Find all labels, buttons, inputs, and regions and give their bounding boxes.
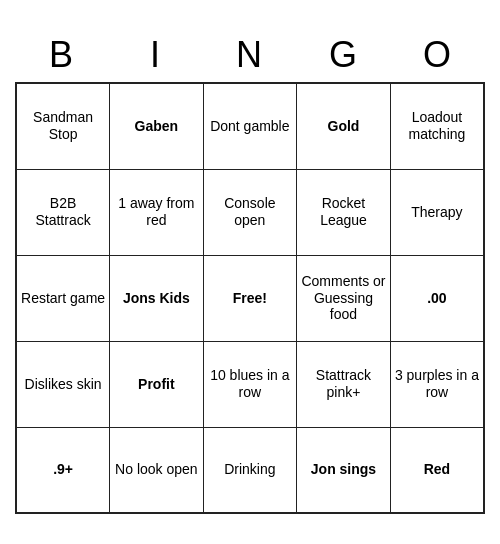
bingo-cell: Drinking <box>203 427 297 513</box>
bingo-cell: Restart game <box>16 255 110 341</box>
header-letter: B <box>15 30 109 80</box>
bingo-cell: .00 <box>390 255 484 341</box>
bingo-cell: .9+ <box>16 427 110 513</box>
bingo-cell: Rocket League <box>297 169 391 255</box>
bingo-cell: Jons Kids <box>110 255 203 341</box>
bingo-cell: 1 away from red <box>110 169 203 255</box>
table-row: .9+No look openDrinkingJon singsRed <box>16 427 484 513</box>
bingo-cell: Gaben <box>110 83 203 169</box>
table-row: Restart gameJons KidsFree!Comments or Gu… <box>16 255 484 341</box>
table-row: Sandman StopGabenDont gambleGoldLoadout … <box>16 83 484 169</box>
bingo-cell: Comments or Guessing food <box>297 255 391 341</box>
bingo-cell: Profit <box>110 341 203 427</box>
bingo-cell: Console open <box>203 169 297 255</box>
table-row: Dislikes skinProfit10 blues in a rowStat… <box>16 341 484 427</box>
bingo-card: BINGO Sandman StopGabenDont gambleGoldLo… <box>15 30 485 514</box>
bingo-cell: Dont gamble <box>203 83 297 169</box>
bingo-cell: Therapy <box>390 169 484 255</box>
bingo-cell: No look open <box>110 427 203 513</box>
bingo-cell: Gold <box>297 83 391 169</box>
table-row: B2B Stattrack1 away from redConsole open… <box>16 169 484 255</box>
bingo-cell: B2B Stattrack <box>16 169 110 255</box>
header-letter: G <box>297 30 391 80</box>
bingo-cell: 3 purples in a row <box>390 341 484 427</box>
bingo-cell: Dislikes skin <box>16 341 110 427</box>
header-letter: N <box>203 30 297 80</box>
bingo-header: BINGO <box>15 30 485 80</box>
header-letter: O <box>391 30 485 80</box>
bingo-cell: Free! <box>203 255 297 341</box>
header-letter: I <box>109 30 203 80</box>
bingo-cell: Stattrack pink+ <box>297 341 391 427</box>
bingo-cell: Loadout matching <box>390 83 484 169</box>
bingo-cell: Red <box>390 427 484 513</box>
bingo-cell: Sandman Stop <box>16 83 110 169</box>
bingo-grid: Sandman StopGabenDont gambleGoldLoadout … <box>15 82 485 514</box>
bingo-cell: 10 blues in a row <box>203 341 297 427</box>
bingo-cell: Jon sings <box>297 427 391 513</box>
